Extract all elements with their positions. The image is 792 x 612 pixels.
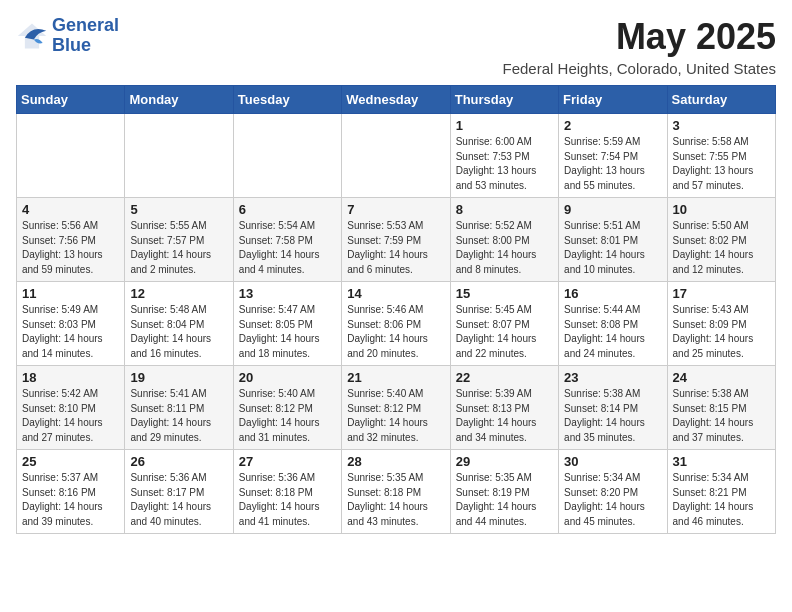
day-cell: 25Sunrise: 5:37 AM Sunset: 8:16 PM Dayli… bbox=[17, 450, 125, 534]
weekday-header-friday: Friday bbox=[559, 86, 667, 114]
day-cell bbox=[125, 114, 233, 198]
day-cell bbox=[342, 114, 450, 198]
day-info: Sunrise: 5:38 AM Sunset: 8:14 PM Dayligh… bbox=[564, 387, 661, 445]
day-info: Sunrise: 5:41 AM Sunset: 8:11 PM Dayligh… bbox=[130, 387, 227, 445]
day-number: 22 bbox=[456, 370, 553, 385]
day-number: 10 bbox=[673, 202, 770, 217]
week-row-1: 1Sunrise: 6:00 AM Sunset: 7:53 PM Daylig… bbox=[17, 114, 776, 198]
day-number: 1 bbox=[456, 118, 553, 133]
day-cell: 13Sunrise: 5:47 AM Sunset: 8:05 PM Dayli… bbox=[233, 282, 341, 366]
day-cell: 8Sunrise: 5:52 AM Sunset: 8:00 PM Daylig… bbox=[450, 198, 558, 282]
day-info: Sunrise: 5:34 AM Sunset: 8:21 PM Dayligh… bbox=[673, 471, 770, 529]
day-cell: 29Sunrise: 5:35 AM Sunset: 8:19 PM Dayli… bbox=[450, 450, 558, 534]
day-cell: 15Sunrise: 5:45 AM Sunset: 8:07 PM Dayli… bbox=[450, 282, 558, 366]
day-info: Sunrise: 5:40 AM Sunset: 8:12 PM Dayligh… bbox=[239, 387, 336, 445]
day-info: Sunrise: 6:00 AM Sunset: 7:53 PM Dayligh… bbox=[456, 135, 553, 193]
day-info: Sunrise: 5:40 AM Sunset: 8:12 PM Dayligh… bbox=[347, 387, 444, 445]
day-cell: 22Sunrise: 5:39 AM Sunset: 8:13 PM Dayli… bbox=[450, 366, 558, 450]
weekday-header-wednesday: Wednesday bbox=[342, 86, 450, 114]
day-cell: 1Sunrise: 6:00 AM Sunset: 7:53 PM Daylig… bbox=[450, 114, 558, 198]
day-info: Sunrise: 5:56 AM Sunset: 7:56 PM Dayligh… bbox=[22, 219, 119, 277]
day-info: Sunrise: 5:58 AM Sunset: 7:55 PM Dayligh… bbox=[673, 135, 770, 193]
day-number: 31 bbox=[673, 454, 770, 469]
title-block: May 2025 Federal Heights, Colorado, Unit… bbox=[503, 16, 776, 77]
day-cell: 26Sunrise: 5:36 AM Sunset: 8:17 PM Dayli… bbox=[125, 450, 233, 534]
day-info: Sunrise: 5:42 AM Sunset: 8:10 PM Dayligh… bbox=[22, 387, 119, 445]
logo: General Blue bbox=[16, 16, 119, 56]
day-info: Sunrise: 5:47 AM Sunset: 8:05 PM Dayligh… bbox=[239, 303, 336, 361]
weekday-header-sunday: Sunday bbox=[17, 86, 125, 114]
day-number: 23 bbox=[564, 370, 661, 385]
day-number: 9 bbox=[564, 202, 661, 217]
day-number: 6 bbox=[239, 202, 336, 217]
day-info: Sunrise: 5:48 AM Sunset: 8:04 PM Dayligh… bbox=[130, 303, 227, 361]
day-cell: 31Sunrise: 5:34 AM Sunset: 8:21 PM Dayli… bbox=[667, 450, 775, 534]
day-cell: 2Sunrise: 5:59 AM Sunset: 7:54 PM Daylig… bbox=[559, 114, 667, 198]
day-info: Sunrise: 5:59 AM Sunset: 7:54 PM Dayligh… bbox=[564, 135, 661, 193]
day-info: Sunrise: 5:55 AM Sunset: 7:57 PM Dayligh… bbox=[130, 219, 227, 277]
day-number: 13 bbox=[239, 286, 336, 301]
day-info: Sunrise: 5:50 AM Sunset: 8:02 PM Dayligh… bbox=[673, 219, 770, 277]
day-number: 7 bbox=[347, 202, 444, 217]
day-info: Sunrise: 5:44 AM Sunset: 8:08 PM Dayligh… bbox=[564, 303, 661, 361]
day-number: 25 bbox=[22, 454, 119, 469]
day-cell: 18Sunrise: 5:42 AM Sunset: 8:10 PM Dayli… bbox=[17, 366, 125, 450]
day-info: Sunrise: 5:36 AM Sunset: 8:17 PM Dayligh… bbox=[130, 471, 227, 529]
logo-icon bbox=[16, 20, 48, 52]
day-info: Sunrise: 5:37 AM Sunset: 8:16 PM Dayligh… bbox=[22, 471, 119, 529]
day-number: 8 bbox=[456, 202, 553, 217]
day-number: 27 bbox=[239, 454, 336, 469]
weekday-header-monday: Monday bbox=[125, 86, 233, 114]
day-cell bbox=[233, 114, 341, 198]
day-number: 3 bbox=[673, 118, 770, 133]
week-row-5: 25Sunrise: 5:37 AM Sunset: 8:16 PM Dayli… bbox=[17, 450, 776, 534]
day-number: 21 bbox=[347, 370, 444, 385]
day-number: 26 bbox=[130, 454, 227, 469]
day-info: Sunrise: 5:53 AM Sunset: 7:59 PM Dayligh… bbox=[347, 219, 444, 277]
week-row-3: 11Sunrise: 5:49 AM Sunset: 8:03 PM Dayli… bbox=[17, 282, 776, 366]
day-cell: 20Sunrise: 5:40 AM Sunset: 8:12 PM Dayli… bbox=[233, 366, 341, 450]
day-cell: 17Sunrise: 5:43 AM Sunset: 8:09 PM Dayli… bbox=[667, 282, 775, 366]
day-info: Sunrise: 5:43 AM Sunset: 8:09 PM Dayligh… bbox=[673, 303, 770, 361]
day-cell: 24Sunrise: 5:38 AM Sunset: 8:15 PM Dayli… bbox=[667, 366, 775, 450]
page-header: General Blue May 2025 Federal Heights, C… bbox=[16, 16, 776, 77]
day-number: 18 bbox=[22, 370, 119, 385]
day-number: 29 bbox=[456, 454, 553, 469]
logo-text: General Blue bbox=[52, 16, 119, 56]
day-number: 2 bbox=[564, 118, 661, 133]
day-info: Sunrise: 5:46 AM Sunset: 8:06 PM Dayligh… bbox=[347, 303, 444, 361]
location: Federal Heights, Colorado, United States bbox=[503, 60, 776, 77]
weekday-header-thursday: Thursday bbox=[450, 86, 558, 114]
day-number: 20 bbox=[239, 370, 336, 385]
day-cell: 28Sunrise: 5:35 AM Sunset: 8:18 PM Dayli… bbox=[342, 450, 450, 534]
day-cell: 7Sunrise: 5:53 AM Sunset: 7:59 PM Daylig… bbox=[342, 198, 450, 282]
calendar-table: SundayMondayTuesdayWednesdayThursdayFrid… bbox=[16, 85, 776, 534]
day-number: 28 bbox=[347, 454, 444, 469]
day-number: 11 bbox=[22, 286, 119, 301]
day-cell: 3Sunrise: 5:58 AM Sunset: 7:55 PM Daylig… bbox=[667, 114, 775, 198]
day-cell: 14Sunrise: 5:46 AM Sunset: 8:06 PM Dayli… bbox=[342, 282, 450, 366]
day-cell bbox=[17, 114, 125, 198]
day-cell: 23Sunrise: 5:38 AM Sunset: 8:14 PM Dayli… bbox=[559, 366, 667, 450]
day-number: 12 bbox=[130, 286, 227, 301]
day-number: 14 bbox=[347, 286, 444, 301]
weekday-header-row: SundayMondayTuesdayWednesdayThursdayFrid… bbox=[17, 86, 776, 114]
day-cell: 9Sunrise: 5:51 AM Sunset: 8:01 PM Daylig… bbox=[559, 198, 667, 282]
day-number: 17 bbox=[673, 286, 770, 301]
day-info: Sunrise: 5:38 AM Sunset: 8:15 PM Dayligh… bbox=[673, 387, 770, 445]
day-cell: 11Sunrise: 5:49 AM Sunset: 8:03 PM Dayli… bbox=[17, 282, 125, 366]
day-info: Sunrise: 5:45 AM Sunset: 8:07 PM Dayligh… bbox=[456, 303, 553, 361]
day-cell: 6Sunrise: 5:54 AM Sunset: 7:58 PM Daylig… bbox=[233, 198, 341, 282]
day-info: Sunrise: 5:39 AM Sunset: 8:13 PM Dayligh… bbox=[456, 387, 553, 445]
day-cell: 21Sunrise: 5:40 AM Sunset: 8:12 PM Dayli… bbox=[342, 366, 450, 450]
day-number: 4 bbox=[22, 202, 119, 217]
weekday-header-tuesday: Tuesday bbox=[233, 86, 341, 114]
week-row-4: 18Sunrise: 5:42 AM Sunset: 8:10 PM Dayli… bbox=[17, 366, 776, 450]
day-cell: 5Sunrise: 5:55 AM Sunset: 7:57 PM Daylig… bbox=[125, 198, 233, 282]
day-cell: 27Sunrise: 5:36 AM Sunset: 8:18 PM Dayli… bbox=[233, 450, 341, 534]
day-info: Sunrise: 5:34 AM Sunset: 8:20 PM Dayligh… bbox=[564, 471, 661, 529]
day-number: 16 bbox=[564, 286, 661, 301]
day-info: Sunrise: 5:54 AM Sunset: 7:58 PM Dayligh… bbox=[239, 219, 336, 277]
month-title: May 2025 bbox=[503, 16, 776, 58]
day-number: 24 bbox=[673, 370, 770, 385]
